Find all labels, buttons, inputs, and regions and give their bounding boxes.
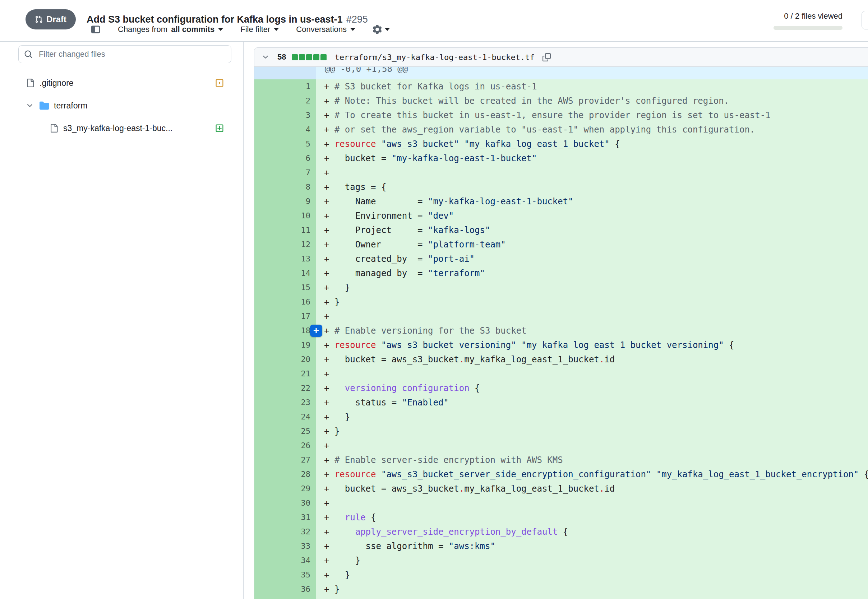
diff-line: 1+ # S3 bucket for Kafka logs in us-east… [255,79,868,94]
new-line-number[interactable]: 12 [285,237,316,252]
collapse-sidebar-button[interactable] [90,24,101,35]
code-cell: + resource "aws_s3_bucket_server_side_en… [316,467,868,482]
diff-line: 14+ managed_by = "terraform" [255,266,868,280]
new-line-number[interactable]: 30 [285,496,316,510]
old-line-number [255,438,285,453]
file-path-link[interactable]: terraform/s3_my-kafka-log-east-1-bucket.… [332,53,536,62]
new-line-number[interactable]: 25 [285,424,316,438]
new-line-number[interactable]: 32 [285,525,316,539]
add-comment-button[interactable]: + [310,325,322,337]
diff-line: 9+ Name = "my-kafka-log-east-1-bucket" [255,194,868,209]
new-line-number[interactable]: 14 [285,266,316,280]
new-line-number[interactable]: 26 [285,438,316,453]
tree-item-gitignore[interactable]: .gitignore [0,73,243,93]
new-line-number[interactable]: 17 [285,309,316,324]
new-line-number[interactable]: 15 [285,280,316,295]
diff-line: 3+ # To create this bucket in us-east-1,… [255,108,868,122]
new-line-number[interactable]: 19 [285,338,316,352]
diff-line: 6+ bucket = "my-kafka-log-east-1-bucket" [255,151,868,166]
file-filter-dropdown[interactable]: File filter [240,25,279,34]
new-line-number[interactable]: 8 [285,180,316,194]
code-cell: + [316,166,868,180]
diff-line: 19+ resource "aws_s3_bucket_versioning" … [255,338,868,352]
new-line-number[interactable]: 24 [285,410,316,424]
new-line-number[interactable]: 36 [285,582,316,596]
new-line-number[interactable]: 34 [285,553,316,568]
review-button-partial[interactable]: F [862,11,868,29]
old-line-number [255,223,285,237]
changes-from-dropdown[interactable]: Changes from all commits [118,25,223,34]
diff-settings-dropdown[interactable] [372,25,390,34]
new-line-number[interactable]: 21 [285,367,316,381]
code-cell: + # S3 bucket for Kafka logs in us-east-… [316,79,868,94]
new-line-number[interactable]: 3 [285,108,316,122]
code-cell: + [316,438,868,453]
pr-header: Draft Add S3 bucket configuration for Ka… [0,0,868,42]
new-line-number[interactable]: 13 [285,252,316,266]
old-line-number [255,482,285,496]
changed-lines-count: 58 [277,53,286,62]
new-line-number[interactable]: 9 [285,194,316,209]
tree-item-label: terraform [54,101,87,111]
new-line-number[interactable]: 27 [285,453,316,467]
diff-line: 22+ versioning_configuration { [255,381,868,395]
new-line-number[interactable]: 5 [285,137,316,151]
draft-badge-label: Draft [46,14,66,24]
new-line-number[interactable]: 11 [285,223,316,237]
collapse-file-button[interactable] [262,53,270,61]
diff-line: 32+ apply_server_side_encryption_by_defa… [255,525,868,539]
code-cell: + # Note: This bucket will be created in… [316,94,868,108]
new-line-number[interactable]: 28 [285,467,316,482]
new-line-number[interactable]: 2 [285,94,316,108]
file-tree: .gitignore terraform s3_my-kafka-log-e [0,73,243,141]
diff-line: 35+ } [255,568,868,582]
new-line-number[interactable]: 29 [285,482,316,496]
new-line-number[interactable]: 33 [285,539,316,553]
new-line-number[interactable]: 20 [285,352,316,367]
old-line-number [255,108,285,122]
conversations-dropdown[interactable]: Conversations [296,25,355,34]
diff-line: 17+ [255,309,868,324]
old-line-number [255,280,285,295]
code-cell: + Owner = "platform-team" [316,237,868,252]
old-line-number [255,266,285,280]
tree-item-s3-bucket-file[interactable]: s3_my-kafka-log-east-1-buc... [0,118,243,138]
hunk-header-row: @@ -0,0 +1,58 @@ [255,67,868,79]
draft-status-badge[interactable]: Draft [26,9,76,29]
code-cell: + bucket = "my-kafka-log-east-1-bucket" [316,151,868,166]
code-cell: + } [316,410,868,424]
diff-line: 20+ bucket = aws_s3_bucket.my_kafka_log_… [255,352,868,367]
copy-file-path-button[interactable] [542,53,551,62]
diff-line: 21+ [255,367,868,381]
new-line-number[interactable]: 4 [285,122,316,137]
new-line-number[interactable]: 23 [285,395,316,410]
diff-line: 25+ } [255,424,868,438]
new-line-number[interactable]: 22 [285,381,316,395]
new-line-number[interactable]: 16 [285,295,316,309]
diff-line: 31+ rule { [255,510,868,525]
diff-line: 5+ resource "aws_s3_bucket" "my_kafka_lo… [255,137,868,151]
new-line-number[interactable]: 35 [285,568,316,582]
folder-icon [39,101,49,110]
new-line-number[interactable]: 10 [285,209,316,223]
code-cell: + } [316,295,868,309]
old-line-number [255,295,285,309]
new-line-number[interactable]: 7 [285,166,316,180]
new-line-number[interactable]: 31 [285,510,316,525]
file-filter-label: File filter [240,25,270,34]
filter-changed-files-input[interactable] [18,45,231,63]
code-cell: + } [316,582,868,596]
code-cell: + } [316,424,868,438]
files-viewed-counter: 0 / 2 files viewed [784,12,842,21]
code-cell: + [316,496,868,510]
hunk-gutter[interactable] [255,67,316,79]
new-line-number[interactable]: 6 [285,151,316,166]
code-cell: + # To create this bucket in us-east-1, … [316,108,868,122]
diff-line: 30+ [255,496,868,510]
tree-item-label: .gitignore [39,78,74,88]
diff-line: 11+ Project = "kafka-logs" [255,223,868,237]
tree-item-terraform-folder[interactable]: terraform [0,96,243,116]
diffstat-squares [292,54,327,60]
code-cell: + resource "aws_s3_bucket" "my_kafka_log… [316,137,868,151]
new-line-number[interactable]: 1 [285,79,316,94]
